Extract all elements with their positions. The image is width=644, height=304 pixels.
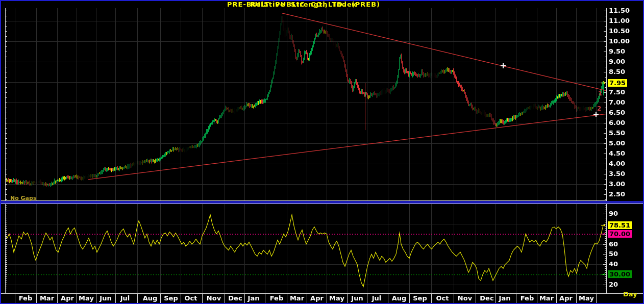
trendline-2-marker[interactable]: 2 (597, 106, 601, 112)
price-axis-label: 2.50 (609, 191, 625, 197)
rsi-axis-label: 60 (609, 241, 618, 247)
price-axis-label: 7.50 (609, 89, 625, 95)
x-axis-month-label: Mar (286, 295, 308, 301)
chart-window: PRE-BUILT PUBLIC CO.,LTD. (PREB) Relativ… (0, 0, 644, 304)
last-price-arrow-icon: → (601, 80, 605, 86)
x-axis-month-label: Sep (160, 295, 182, 301)
no-gaps-label: No Gaps (10, 195, 36, 201)
x-axis-month-label: Aug (388, 295, 410, 301)
rsi-threshold-arrow-icon: → (601, 231, 605, 237)
trendline-1-marker[interactable]: 1 (598, 90, 602, 96)
x-axis-month-label: Sep (409, 295, 431, 301)
last-price-badge: 7.95 (608, 79, 627, 87)
x-axis-month-label: May (575, 295, 598, 301)
x-axis-month-label: Jan (493, 295, 516, 301)
x-axis-month-label: Nov (454, 295, 476, 301)
rsi-axis-label: 40 (609, 261, 618, 267)
chart-canvas[interactable] (1, 1, 644, 304)
x-axis-month-label: Feb (265, 295, 288, 301)
x-axis-month-label: Jan (242, 295, 265, 301)
rsi-threshold-arrow-icon: → (601, 271, 605, 277)
price-axis-label: 9.50 (609, 48, 625, 55)
x-axis-month-label: Oct (431, 295, 454, 301)
price-axis-label: 10.00 (609, 38, 630, 44)
price-axis-label: 11.50 (609, 7, 630, 14)
rsi-axis-label: 50 (609, 250, 618, 257)
price-axis-label: 10.50 (609, 28, 630, 34)
x-axis-month-label: Feb (14, 295, 37, 301)
price-axis-label: 7.00 (609, 99, 625, 106)
rsi-axis-label: 90 (609, 210, 618, 217)
x-axis-month-label: May (326, 295, 348, 301)
price-axis-label: 8.50 (609, 68, 625, 75)
price-axis-label: 6.50 (609, 109, 625, 116)
rsi-title: Relative Strength Index (1, 1, 606, 8)
price-axis-label: 3.00 (609, 181, 625, 187)
x-axis-month-label: Apr (306, 295, 328, 301)
price-axis-label: 3.50 (609, 170, 625, 177)
price-axis-label: 5.00 (609, 140, 625, 146)
price-axis-label: 4.00 (609, 160, 625, 167)
rsi-threshold-badge-70: 70.00 (608, 230, 632, 238)
rsi-arrow-icon: → (601, 222, 605, 228)
x-axis-month-label: Mar (36, 295, 58, 301)
price-axis-label: 4.50 (609, 150, 625, 157)
rsi-last-value-badge: 78.51 (608, 221, 632, 229)
x-axis-month-label: Jul (114, 295, 136, 301)
x-axis-month-label: Jul (365, 295, 388, 301)
x-axis-month-label: Oct (180, 295, 202, 301)
x-axis-month-label: Aug (139, 295, 161, 301)
rsi-axis-label: 20 (609, 281, 618, 288)
x-axis-month-label: Nov (203, 295, 225, 301)
price-axis-label: 9.00 (609, 58, 625, 65)
price-axis-label: 5.50 (609, 130, 625, 136)
price-axis-label: 11.00 (609, 17, 630, 24)
x-axis-month-label: Apr (555, 295, 577, 301)
rsi-threshold-badge-30: 30.00 (608, 270, 632, 278)
price-axis-label: 6.00 (609, 119, 625, 126)
interval-label[interactable]: Day (623, 291, 637, 297)
